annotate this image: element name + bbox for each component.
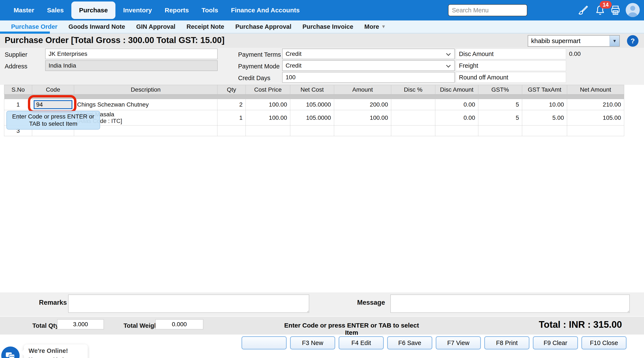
cell-disc-amount[interactable] — [435, 126, 478, 136]
item-code-input[interactable] — [34, 100, 72, 109]
cell-net-cost[interactable]: 105.0000 — [290, 99, 334, 110]
cell-description[interactable]: Chings Schezwan Chutney — [74, 99, 218, 110]
nav-item-finance-and-accounts[interactable]: Finance And Accounts — [224, 0, 306, 21]
cell-amount[interactable]: 200.00 — [334, 99, 391, 110]
cell-gst-pct[interactable]: 5 — [478, 99, 522, 110]
cell-amount[interactable]: 100.00 — [334, 110, 391, 126]
blank-function-button[interactable] — [242, 336, 287, 349]
remarks-section: Remarks Message — [0, 292, 644, 316]
f4-edit-button[interactable]: F4 Edit — [338, 336, 384, 349]
tab-receipt-note[interactable]: Receipt Note — [181, 21, 230, 33]
tab-gin-approval[interactable]: GIN Approval — [130, 21, 181, 33]
disc-amount-label: Disc Amount — [456, 49, 566, 59]
store-selector-dropdown[interactable]: khabib supermart ▼ — [528, 35, 620, 47]
f3-new-button[interactable]: F3 New — [290, 336, 335, 349]
payment-mode-select[interactable]: Credit — [282, 60, 455, 71]
cell-disc-pct[interactable] — [391, 110, 435, 126]
address-input — [45, 60, 218, 71]
cell-net-amount[interactable] — [567, 126, 624, 136]
chevron-down-icon — [446, 51, 451, 56]
cell-cost-price[interactable]: 100.00 — [246, 99, 290, 110]
top-navigation-bar: Master Sales Purchase Inventory Reports … — [0, 0, 644, 21]
tab-purchase-invoice[interactable]: Purchase Invoice — [297, 21, 359, 33]
disc-amount-value[interactable]: 0.00 — [569, 49, 622, 59]
tab-goods-inward-note[interactable]: Goods Inward Note — [63, 21, 131, 33]
round-off-amount-label: Round off Amount — [456, 72, 566, 83]
col-header-gst-pct: GST% — [478, 85, 522, 94]
message-textarea[interactable] — [390, 294, 630, 313]
totals-bar: Total Qty Total Weight Enter Code or pre… — [0, 317, 644, 334]
chevron-down-icon — [446, 63, 451, 68]
cell-sno[interactable]: 1 — [4, 99, 32, 110]
f6-save-button[interactable]: F6 Save — [387, 336, 432, 349]
cell-qty[interactable]: 1 — [218, 110, 246, 126]
cell-disc-pct[interactable] — [391, 126, 435, 136]
col-header-cost-price: Cost Price — [246, 85, 290, 94]
table-row: 1 Chings Schezwan Chutney 2 100.00 105.0… — [4, 99, 624, 110]
credit-days-label: Credit Days — [238, 75, 270, 82]
tooltip-text: Enter Code or press ENTER or TAB to sele… — [9, 113, 98, 127]
total-qty-label: Total Qty — [32, 322, 59, 329]
col-header-disc-pct: Disc % — [391, 85, 435, 94]
live-chat-launcher[interactable] — [1, 346, 20, 358]
notification-count-badge: 14 — [600, 1, 612, 9]
cell-net-cost[interactable]: 105.0000 — [290, 110, 334, 126]
cell-disc-amount[interactable]: 0.00 — [435, 110, 478, 126]
remarks-textarea[interactable] — [68, 294, 309, 313]
purchase-module-tabbar: Purchase Order Goods Inward Note GIN App… — [0, 21, 644, 34]
col-header-qty: Qty — [218, 85, 246, 94]
nav-item-master[interactable]: Master — [7, 0, 41, 21]
cell-gst-taxamt[interactable] — [522, 126, 567, 136]
nav-item-inventory[interactable]: Inventory — [117, 0, 158, 21]
cell-gst-pct[interactable]: 5 — [478, 110, 522, 126]
chat-status-card[interactable]: We're Online! How may I help you today? — [24, 344, 88, 358]
total-qty-input[interactable] — [57, 319, 104, 329]
nav-item-purchase[interactable]: Purchase — [71, 2, 116, 19]
cell-net-cost[interactable] — [290, 126, 334, 136]
dropdown-arrow-icon[interactable]: ▼ — [610, 36, 619, 46]
freight-label: Freight — [456, 60, 566, 71]
cell-net-amount[interactable]: 105.00 — [567, 110, 624, 126]
f8-print-button[interactable]: F8 Print — [484, 336, 530, 349]
col-header-net-cost: Net Cost — [290, 85, 334, 94]
col-header-net-amount: Net Amount — [567, 85, 624, 94]
round-off-amount-value[interactable] — [569, 72, 622, 83]
cell-amount[interactable] — [334, 126, 391, 136]
payment-terms-select[interactable]: Credit — [282, 49, 455, 59]
cell-qty[interactable] — [218, 126, 246, 136]
f9-clear-button[interactable]: F9 Clear — [533, 336, 578, 349]
cell-net-amount[interactable]: 210.00 — [567, 99, 624, 110]
paintbrush-theme-icon[interactable] — [578, 5, 589, 16]
remarks-label: Remarks — [39, 299, 67, 306]
cell-disc-amount[interactable]: 0.00 — [435, 99, 478, 110]
nav-item-reports[interactable]: Reports — [158, 0, 195, 21]
f10-close-button[interactable]: F10 Close — [582, 336, 626, 349]
cell-gst-pct[interactable] — [478, 126, 522, 136]
tab-more[interactable]: More ▼ — [359, 21, 392, 33]
total-weight-input[interactable] — [155, 319, 204, 329]
grid-separator-strip — [4, 94, 624, 99]
cell-gst-taxamt[interactable]: 5.00 — [522, 110, 567, 126]
cell-disc-pct[interactable] — [391, 99, 435, 110]
supplier-input[interactable] — [45, 49, 218, 59]
col-header-gst-taxamt: GST TaxAmt — [522, 85, 567, 94]
cell-gst-taxamt[interactable]: 10.00 — [522, 99, 567, 110]
freight-value[interactable] — [569, 60, 622, 71]
cell-cost-price[interactable]: 100.00 — [246, 110, 290, 126]
printer-icon[interactable] — [610, 5, 621, 16]
credit-days-input[interactable] — [282, 72, 455, 83]
active-tab-underline — [0, 32, 50, 34]
user-avatar[interactable] — [626, 3, 640, 17]
f7-view-button[interactable]: F7 View — [436, 336, 481, 349]
help-button[interactable]: ? — [627, 35, 638, 47]
chevron-down-icon: ▼ — [381, 24, 386, 30]
nav-item-sales[interactable]: Sales — [41, 0, 70, 21]
cell-qty[interactable]: 2 — [218, 99, 246, 110]
tab-more-label: More — [364, 23, 379, 30]
cell-cost-price[interactable] — [246, 126, 290, 136]
tab-purchase-approval[interactable]: Purchase Approval — [230, 21, 297, 33]
search-menu-input[interactable] — [448, 4, 527, 16]
nav-item-tools[interactable]: Tools — [195, 0, 225, 21]
page-title: Purchase Order [Total Gross : 300.00 Tot… — [5, 35, 224, 45]
tab-purchase-order[interactable]: Purchase Order — [6, 21, 63, 33]
